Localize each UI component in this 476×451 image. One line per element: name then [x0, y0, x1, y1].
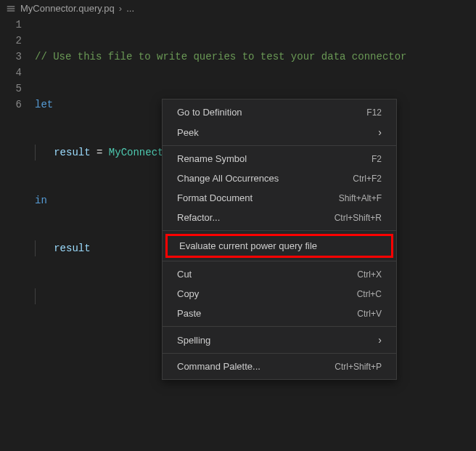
- menu-separator: [163, 145, 396, 146]
- menu-shortcut: Ctrl+F2: [353, 174, 382, 184]
- menu-label: Paste: [177, 308, 201, 319]
- breadcrumb: MyConnector.query.pq › ...: [0, 0, 476, 17]
- menu-separator: [163, 261, 396, 261]
- chevron-right-icon: ›: [378, 126, 382, 138]
- code-token: =: [91, 147, 109, 158]
- menu-shortcut: Ctrl+C: [357, 289, 382, 299]
- menu-label: Go to Definition: [177, 107, 242, 118]
- menu-label: Refactor...: [177, 212, 220, 223]
- line-number: 2: [0, 33, 22, 49]
- menu-shortcut: Ctrl+X: [357, 269, 382, 280]
- menu-shortcut: Ctrl+Shift+R: [335, 213, 382, 223]
- menu-separator: [163, 326, 396, 327]
- code-token: // Use this file to write queries to tes…: [35, 51, 406, 62]
- line-number: 6: [0, 97, 22, 113]
- svg-rect-0: [7, 6, 15, 7]
- line-number: 1: [0, 17, 22, 33]
- breadcrumb-file[interactable]: MyConnector.query.pq: [20, 3, 115, 14]
- indent-guide: [35, 240, 36, 256]
- menu-shortcut: Ctrl+Shift+P: [335, 362, 382, 372]
- menu-label: Change All Occurrences: [177, 173, 279, 184]
- menu-shortcut: F2: [372, 154, 382, 164]
- menu-paste[interactable]: Paste Ctrl+V: [163, 304, 396, 323]
- line-number: 3: [0, 49, 22, 65]
- svg-rect-1: [7, 8, 15, 9]
- chevron-right-icon: ›: [119, 3, 122, 14]
- code-token: in: [35, 195, 47, 206]
- menu-label: Spelling: [177, 335, 210, 346]
- menu-copy[interactable]: Copy Ctrl+C: [163, 284, 396, 304]
- line-number: 4: [0, 65, 22, 81]
- menu-separator: [163, 353, 396, 354]
- context-menu: Go to Definition F12 Peek › Rename Symbo…: [162, 99, 397, 380]
- menu-label: Peek: [177, 127, 199, 138]
- menu-cut[interactable]: Cut Ctrl+X: [163, 264, 396, 284]
- chevron-right-icon: ›: [378, 334, 382, 346]
- code-token: result: [54, 147, 90, 158]
- menu-label: Rename Symbol: [177, 153, 247, 164]
- menu-label: Copy: [177, 288, 199, 299]
- menu-shortcut: F12: [366, 107, 382, 118]
- menu-separator: [163, 230, 396, 231]
- menu-label: Format Document: [177, 192, 253, 203]
- menu-rename-symbol[interactable]: Rename Symbol F2: [163, 149, 396, 168]
- breadcrumb-ellipsis[interactable]: ...: [126, 3, 134, 14]
- line-gutter: 1 2 3 4 5 6: [0, 17, 35, 336]
- menu-evaluate-power-query[interactable]: Evaluate current power query file: [165, 234, 393, 258]
- menu-label: Command Palette...: [177, 361, 260, 372]
- menu-shortcut: Ctrl+V: [357, 309, 382, 319]
- menu-label: Cut: [177, 269, 192, 280]
- menu-refactor[interactable]: Refactor... Ctrl+Shift+R: [163, 208, 396, 227]
- menu-change-all-occurrences[interactable]: Change All Occurrences Ctrl+F2: [163, 168, 396, 188]
- menu-shortcut: Shift+Alt+F: [339, 193, 382, 203]
- line-number: 5: [0, 81, 22, 97]
- menu-goto-definition[interactable]: Go to Definition F12: [163, 102, 396, 122]
- menu-format-document[interactable]: Format Document Shift+Alt+F: [163, 188, 396, 208]
- indent-guide: [35, 145, 36, 161]
- menu-peek[interactable]: Peek ›: [163, 122, 396, 142]
- menu-command-palette[interactable]: Command Palette... Ctrl+Shift+P: [163, 357, 396, 376]
- code-token: let: [35, 99, 53, 110]
- file-icon: [6, 4, 16, 14]
- menu-spelling[interactable]: Spelling ›: [163, 330, 396, 350]
- code-token: result: [54, 243, 90, 254]
- menu-label: Evaluate current power query file: [179, 240, 317, 251]
- indent-guide: [35, 288, 36, 304]
- svg-rect-2: [7, 10, 15, 11]
